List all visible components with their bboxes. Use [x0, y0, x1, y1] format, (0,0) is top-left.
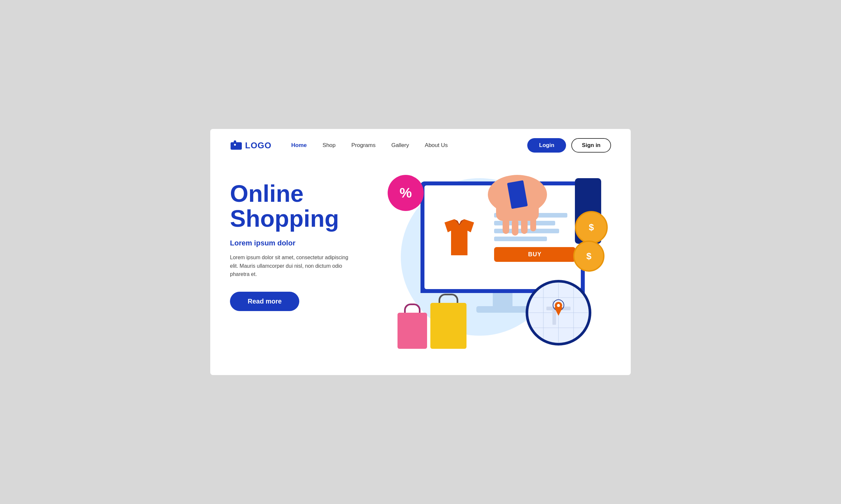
login-button[interactable]: Login: [527, 138, 566, 152]
hand-illustration: [476, 168, 559, 240]
nav-programs[interactable]: Programs: [351, 142, 376, 149]
coin-1: $: [575, 211, 608, 244]
monitor-stand-neck: [493, 293, 513, 306]
map-circle: [526, 280, 591, 345]
bag-yellow-body: [430, 303, 466, 349]
nav-home[interactable]: Home: [291, 142, 307, 149]
discount-badge: %: [388, 175, 424, 211]
hero-illustration: %: [368, 168, 611, 365]
map-grid-svg: [528, 283, 589, 343]
nav-shop[interactable]: Shop: [323, 142, 336, 149]
logo-area: LOGO: [230, 139, 272, 151]
coin-2: $: [573, 240, 604, 272]
page-wrapper: LOGO Home Shop Programs Gallery About Us…: [210, 129, 631, 375]
hero-subtitle: Lorem ipsum dolor: [230, 239, 368, 247]
nav-links: Home Shop Programs Gallery About Us: [291, 142, 528, 149]
svg-rect-8: [530, 217, 536, 231]
hero-body: Lorem ipsum dolor sit amet, consectetur …: [230, 253, 351, 278]
bag-pink: [397, 304, 427, 349]
buy-button[interactable]: BUY: [494, 247, 576, 262]
svg-point-23: [557, 304, 560, 307]
signin-button[interactable]: Sign in: [571, 138, 611, 152]
bag-yellow: [430, 294, 466, 349]
bag-yellow-handle: [439, 294, 458, 304]
nav-about[interactable]: About Us: [425, 142, 448, 149]
svg-point-2: [234, 144, 236, 146]
svg-rect-6: [512, 219, 518, 236]
hero-section: OnlineShopping Lorem ipsum dolor Lorem i…: [210, 162, 631, 365]
monitor-screen: BUY: [420, 181, 585, 293]
logo-text: LOGO: [245, 141, 272, 150]
nav-gallery[interactable]: Gallery: [391, 142, 409, 149]
read-more-button[interactable]: Read more: [230, 292, 299, 311]
navbar: LOGO Home Shop Programs Gallery About Us…: [210, 129, 631, 162]
logo-icon: [230, 139, 242, 151]
bag-pink-handle: [404, 304, 420, 313]
nav-buttons: Login Sign in: [527, 138, 611, 152]
svg-rect-7: [521, 218, 528, 234]
svg-rect-5: [503, 218, 509, 234]
bag-pink-body: [397, 313, 427, 349]
hero-text: OnlineShopping Lorem ipsum dolor Lorem i…: [230, 168, 368, 311]
monitor-stand-base: [476, 306, 529, 313]
shopping-bags: [397, 294, 466, 349]
hero-title: OnlineShopping: [230, 181, 368, 231]
